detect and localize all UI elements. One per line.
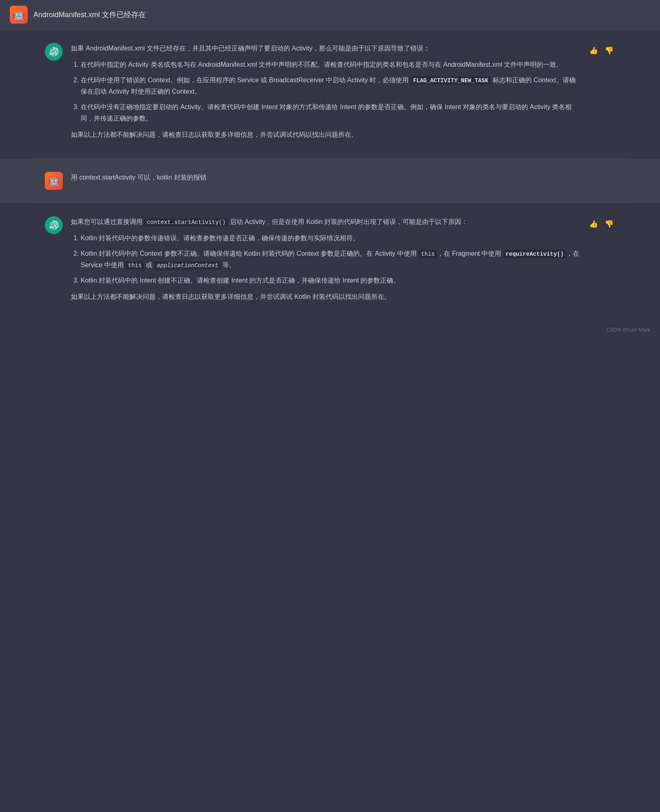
header: 🤖 AndroidManifest.xml 文件已经存在: [0, 0, 660, 30]
message-block-2: 🤖 用 context.startActivity 可以，kotlin 封装的报…: [0, 159, 660, 203]
message-content-1: 如果 AndroidManifest.xml 文件已经存在，并且其中已经正确声明…: [71, 43, 579, 145]
message-content-2: 用 context.startActivity 可以，kotlin 封装的报错: [71, 172, 615, 188]
avatar-chatgpt-1: [45, 43, 63, 61]
message-actions-3: 👍 👎: [587, 218, 615, 230]
footer: CSDN @Leo Mark: [0, 320, 660, 339]
message-content-3: 如果您可以通过直接调用 context.startActivity() 启动 A…: [71, 216, 579, 307]
message-block-3: 如果您可以通过直接调用 context.startActivity() 启动 A…: [0, 203, 660, 320]
message-inner-2: 🤖 用 context.startActivity 可以，kotlin 封装的报…: [45, 172, 615, 190]
avatar-chatgpt-3: [45, 216, 63, 234]
thumbdown-button-3[interactable]: 👎: [603, 218, 615, 230]
footer-label: CSDN @Leo Mark: [606, 327, 650, 333]
thumbup-button-3[interactable]: 👍: [587, 218, 600, 230]
message-inner-3: 如果您可以通过直接调用 context.startActivity() 启动 A…: [45, 216, 615, 307]
header-logo-emoji: 🤖: [13, 7, 25, 23]
message-inner-1: 如果 AndroidManifest.xml 文件已经存在，并且其中已经正确声明…: [45, 43, 615, 145]
header-logo: 🤖: [10, 6, 28, 24]
thumbup-button-1[interactable]: 👍: [587, 44, 600, 57]
thumbdown-button-1[interactable]: 👎: [603, 44, 615, 57]
avatar-user-2: 🤖: [45, 172, 63, 190]
message-block-1: 如果 AndroidManifest.xml 文件已经存在，并且其中已经正确声明…: [0, 30, 660, 158]
chat-container: 如果 AndroidManifest.xml 文件已经存在，并且其中已经正确声明…: [0, 30, 660, 320]
header-title: AndroidManifest.xml 文件已经存在: [33, 9, 146, 21]
message-actions-1: 👍 👎: [587, 44, 615, 57]
